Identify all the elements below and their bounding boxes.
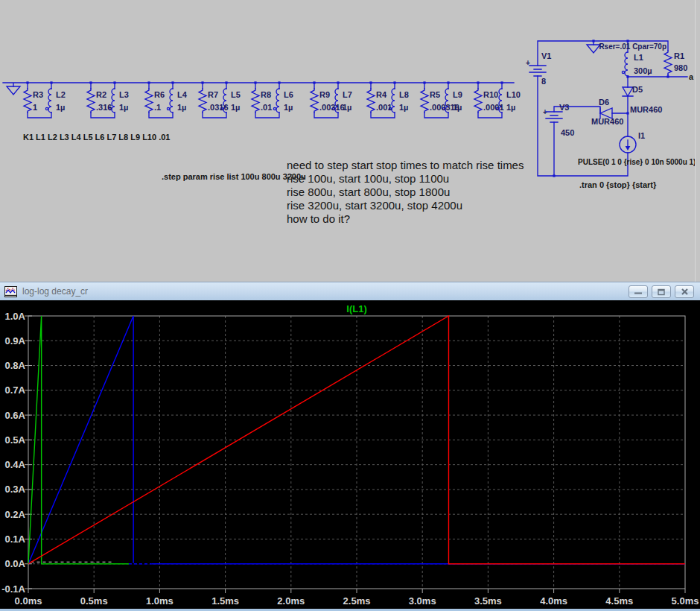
x-axis-tick-label: 2.0ms — [277, 595, 305, 607]
y-axis-tick-label: 0.6A — [5, 410, 26, 421]
junction-dot — [477, 81, 479, 83]
i1-arrowhead-icon — [626, 146, 631, 151]
resistor-value: .01 — [261, 103, 272, 112]
restore-button[interactable] — [652, 285, 671, 298]
plot-area[interactable]: 1.0A0.9A0.8A0.7A0.6A0.5A0.4A0.3A0.2A0.1A… — [0, 300, 700, 609]
resistor-name: R10 — [483, 90, 498, 99]
inductor-value: 1µ — [343, 103, 351, 112]
junction-dot — [447, 81, 449, 83]
ladder-cell[interactable]: R9.00316L71µ — [311, 81, 352, 118]
inductor-icon[interactable] — [392, 89, 395, 113]
schematic-canvas[interactable]: R31L21µR2.316L31µR6.1L41µR7.0316L51µR8.0… — [0, 0, 700, 282]
cell-wires — [371, 83, 395, 118]
junction-dot — [50, 81, 52, 83]
resistor-name: R6 — [154, 90, 165, 99]
rl-ladder: R31L21µR2.316L31µR6.1L41µR7.0316L51µR8.0… — [24, 81, 521, 118]
battery-v1-icon[interactable] — [529, 66, 546, 76]
junction-dot — [278, 81, 280, 83]
x-axis-tick-label: 2.5ms — [343, 595, 371, 607]
ladder-cell[interactable]: R5.000316L91µ — [421, 81, 462, 118]
inductor-l1-phase-dot — [622, 71, 624, 73]
junction-dot — [26, 81, 28, 83]
trace-title[interactable]: I(L1) — [346, 303, 366, 314]
step-directive[interactable]: .step param rise list 100u 800u 3200u — [162, 172, 306, 181]
tran-directive[interactable]: .tran 0 {stop} {start} — [579, 180, 657, 189]
resistor-value: .0316 — [208, 103, 229, 112]
inductor-icon[interactable] — [112, 89, 115, 113]
resistor-value: .0001 — [483, 103, 504, 112]
junction-dot — [313, 81, 315, 83]
schematic-window-edge — [695, 0, 696, 282]
ladder-cell[interactable]: R2.316L31µ — [87, 81, 129, 118]
ground-icon — [587, 45, 600, 53]
i1-name: I1 — [638, 131, 645, 140]
schematic-window[interactable]: R31L21µR2.316L31µR6.1L41µR7.0316L51µR8.0… — [0, 0, 700, 282]
resistor-icon[interactable] — [367, 89, 375, 113]
resistor-icon[interactable] — [252, 89, 259, 113]
titlebar[interactable]: log-log decay_cr — [0, 282, 700, 300]
ltspice-app: R31L21µR2.316L31µR6.1L41µR7.0316L51µR8.0… — [0, 0, 700, 611]
y-axis-tick-label: 0.3A — [5, 484, 26, 495]
y-axis-tick-label: 0.8A — [5, 360, 26, 371]
resistor-icon[interactable] — [474, 89, 482, 113]
ladder-cell[interactable]: R7.0316L51µ — [199, 81, 241, 118]
battery-v3-icon[interactable] — [546, 112, 562, 122]
junction-dot — [147, 81, 150, 83]
junction-dot — [369, 81, 372, 83]
ladder-cell[interactable]: R8.01L61µ — [252, 81, 293, 118]
r1-value: 980 — [674, 63, 687, 72]
x-axis-tick-label: 3.0ms — [409, 595, 436, 607]
ladder-cell[interactable]: R10.0001L101µ — [474, 81, 521, 118]
inductor-value: 1µ — [231, 103, 240, 112]
inductor-l1-icon[interactable] — [625, 52, 628, 76]
inductor-value: 1µ — [119, 103, 128, 112]
y-axis-tick-label: 0.7A — [5, 384, 26, 396]
junction-dot — [423, 81, 425, 83]
comment-note[interactable]: need to step start stop times to match r… — [287, 159, 524, 226]
close-icon — [680, 288, 690, 296]
v1-value: 8 — [541, 77, 546, 86]
ladder-cell[interactable]: R4.001L81µ — [367, 81, 409, 118]
inductor-icon[interactable] — [276, 89, 279, 113]
resistor-icon[interactable] — [87, 89, 95, 113]
resistor-name: R3 — [33, 90, 43, 99]
y-axis-tick-label: 0.0A — [5, 558, 26, 569]
x-axis-tick-label: 1.0ms — [146, 595, 174, 607]
x-axis-tick-label: 1.5ms — [211, 595, 239, 607]
drive-circuit[interactable]: V1 + 8 Rser=.01 Cpar=70p L1 300µ R1 980 … — [526, 39, 696, 189]
resistor-icon[interactable] — [199, 89, 206, 113]
r1-name: R1 — [674, 51, 684, 60]
i1-pulse-value[interactable]: PULSE(0 1 0 {rise} 0 10n 5000u 1) — [578, 158, 696, 166]
resistor-value: .316 — [96, 103, 112, 112]
resistor-name: R4 — [376, 90, 387, 99]
junction-dot — [337, 81, 339, 83]
coupling-directive[interactable]: K1 L1 L2 L3 L4 L5 L6 L7 L8 L9 L10 .01 — [23, 133, 170, 142]
cell-wires — [28, 83, 51, 118]
inductor-icon[interactable] — [170, 89, 173, 113]
resistor-value: .00316 — [319, 103, 345, 112]
cell-wires — [424, 83, 448, 118]
ladder-cell[interactable]: R6.1L41µ — [145, 81, 188, 118]
junction-dot — [201, 81, 203, 83]
inductor-name: L3 — [119, 90, 129, 99]
cell-wires — [478, 83, 502, 118]
resistor-icon[interactable] — [311, 89, 318, 113]
x-axis-tick-label: 4.0ms — [540, 595, 567, 607]
resistor-r1-icon[interactable] — [664, 51, 672, 75]
inductor-phase-dot — [45, 107, 48, 110]
ladder-cell[interactable]: R31L21µ — [24, 81, 66, 118]
diode-d5-icon[interactable] — [623, 87, 633, 96]
waveform-window: log-log decay_cr — [0, 282, 700, 611]
close-button[interactable] — [675, 285, 694, 298]
l1-name: L1 — [634, 53, 643, 62]
resistor-icon[interactable] — [421, 89, 428, 113]
y-axis-tick-label: 0.4A — [5, 459, 26, 470]
inductor-name: L7 — [343, 90, 352, 99]
inductor-icon[interactable] — [48, 89, 51, 113]
resistor-name: R8 — [261, 90, 271, 99]
resistor-icon[interactable] — [145, 89, 153, 113]
minimize-button[interactable] — [629, 285, 648, 298]
inductor-phase-dot — [167, 107, 169, 110]
junction-dot — [500, 81, 503, 83]
resistor-icon[interactable] — [24, 89, 31, 113]
